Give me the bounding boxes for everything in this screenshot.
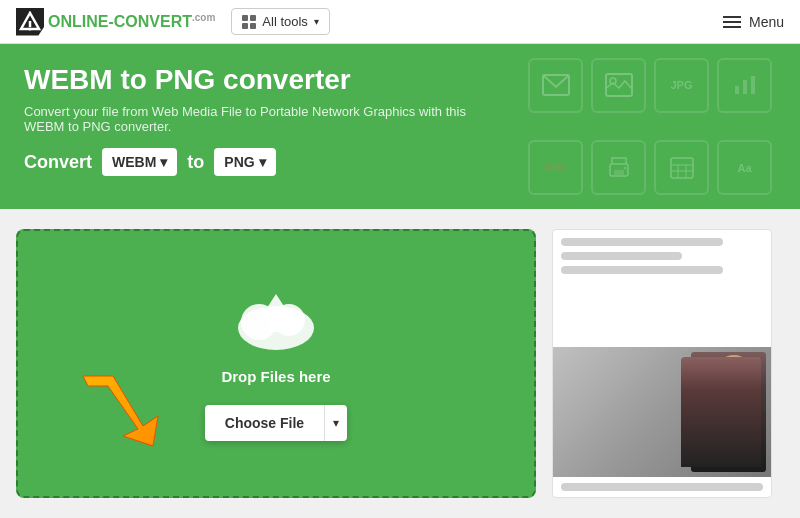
svg-rect-10 bbox=[614, 170, 624, 175]
choose-file-dropdown-button[interactable]: ▾ bbox=[324, 405, 347, 441]
hero-bg-icons: JPG PDF bbox=[500, 44, 800, 209]
choose-file-row: Choose File ▾ bbox=[205, 405, 347, 441]
hamburger-icon bbox=[723, 16, 741, 28]
menu-label: Menu bbox=[749, 14, 784, 30]
logo[interactable]: ONLINE-CONVERT.com bbox=[16, 8, 215, 36]
to-format-value: PNG bbox=[224, 154, 254, 170]
choose-file-button[interactable]: Choose File bbox=[205, 405, 324, 441]
logo-text-main: ONLINE-CONVERT.com bbox=[48, 12, 215, 31]
svg-rect-7 bbox=[743, 80, 747, 94]
to-format-select[interactable]: PNG ▾ bbox=[214, 148, 275, 176]
ad-top bbox=[553, 230, 771, 347]
navbar-left: ONLINE-CONVERT.com All tools ▾ bbox=[16, 8, 330, 36]
all-tools-label: All tools bbox=[262, 14, 308, 29]
hero-banner: WEBM to PNG converter Convert your file … bbox=[0, 44, 800, 209]
svg-rect-8 bbox=[751, 76, 755, 94]
from-format-select[interactable]: WEBM ▾ bbox=[102, 148, 177, 176]
pointing-arrow-icon bbox=[73, 371, 173, 451]
ad-line-1 bbox=[561, 238, 723, 246]
logo-icon bbox=[16, 8, 44, 36]
svg-marker-21 bbox=[83, 376, 158, 446]
logo-ltd: .com bbox=[192, 12, 215, 23]
ad-line-2 bbox=[561, 252, 682, 260]
navbar: ONLINE-CONVERT.com All tools ▾ Menu bbox=[0, 0, 800, 44]
to-label: to bbox=[187, 152, 204, 173]
svg-rect-12 bbox=[671, 158, 693, 178]
grid-icon bbox=[242, 15, 256, 29]
sidebar-ad bbox=[552, 229, 772, 498]
svg-rect-6 bbox=[735, 86, 739, 94]
convert-label: Convert bbox=[24, 152, 92, 173]
navbar-right[interactable]: Menu bbox=[723, 14, 784, 30]
dropdown-chevron-icon: ▾ bbox=[333, 416, 339, 430]
from-format-chevron: ▾ bbox=[160, 154, 167, 170]
ad-bottom-line bbox=[561, 483, 763, 491]
hero-description: Convert your file from Web Media File to… bbox=[24, 104, 504, 134]
main-content: Drop Files here Choose File ▾ bbox=[0, 209, 800, 518]
svg-point-2 bbox=[29, 27, 32, 30]
cloud-upload-icon bbox=[231, 286, 321, 358]
svg-point-11 bbox=[623, 166, 626, 169]
drop-files-text: Drop Files here bbox=[221, 368, 330, 385]
to-format-chevron: ▾ bbox=[259, 154, 266, 170]
chevron-down-icon: ▾ bbox=[314, 16, 319, 27]
ad-image bbox=[553, 347, 771, 477]
upload-box[interactable]: Drop Files here Choose File ▾ bbox=[16, 229, 536, 498]
all-tools-button[interactable]: All tools ▾ bbox=[231, 8, 330, 35]
from-format-value: WEBM bbox=[112, 154, 156, 170]
ad-line-3 bbox=[561, 266, 723, 274]
